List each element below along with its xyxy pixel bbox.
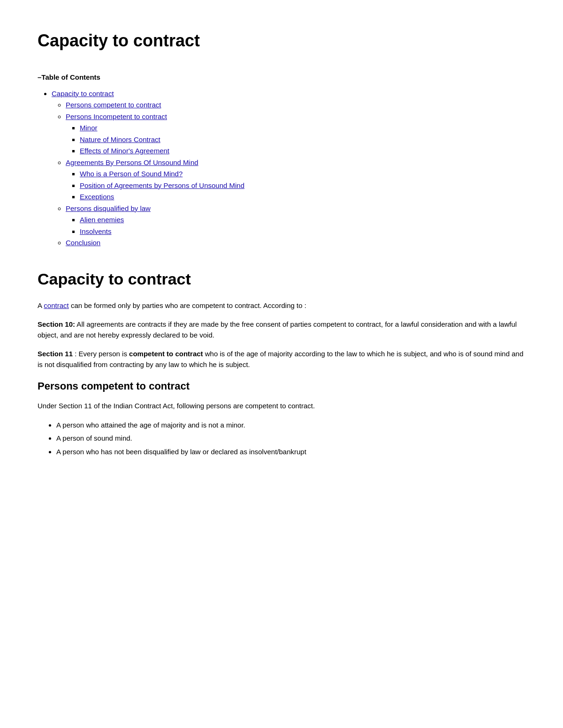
toc-link-incompetent[interactable]: Persons Incompetent to contract [66,113,167,120]
page-title: Capacity to contract [38,28,525,53]
toc-header: –Table of Contents [38,72,525,83]
list-item: A person who attained the age of majorit… [56,420,525,431]
persons-competent-list: A person who attained the age of majorit… [38,420,525,458]
toc-list-level1: Capacity to contract Persons competent t… [38,89,525,248]
table-of-contents: –Table of Contents Capacity to contract … [38,72,525,248]
toc-item-minor: Minor [80,123,525,134]
toc-link-effects-minor[interactable]: Effects of Minor's Agreement [80,147,169,155]
subsection-title-competent: Persons competent to contract [38,378,525,394]
toc-item-sound-mind: Who is a Person of Sound Mind? [80,169,525,180]
toc-item-nature-minor: Nature of Minors Contract [80,135,525,145]
toc-item-competent: Persons competent to contract [66,100,525,111]
section10-paragraph: Section 10: All agreements are contracts… [38,319,525,340]
list-item: A person of sound mind. [56,433,525,444]
toc-link-conclusion[interactable]: Conclusion [66,239,100,247]
toc-item-incompetent: Persons Incompetent to contract Minor Na… [66,112,525,157]
intro-paragraph: A contract can be formed only by parties… [38,300,525,311]
toc-link-exceptions[interactable]: Exceptions [80,193,114,201]
section11-label: Section 11 [38,350,73,358]
toc-link-competent[interactable]: Persons competent to contract [66,101,161,109]
persons-competent-intro: Under Section 11 of the Indian Contract … [38,401,525,412]
section10-text: All agreements are contracts if they are… [38,320,517,339]
toc-link-unsound[interactable]: Agreements By Persons Of Unsound Mind [66,158,198,166]
section-title-capacity: Capacity to contract [38,267,525,291]
toc-item-conclusion: Conclusion [66,238,525,248]
toc-link-disqualified[interactable]: Persons disqualified by law [66,204,151,212]
section11-colon: : Every person is [73,350,129,358]
section11-bold: competent to contract [129,350,203,358]
section11-paragraph: Section 11 : Every person is competent t… [38,349,525,370]
toc-list-level2: Persons competent to contract Persons In… [52,100,525,248]
toc-item-insolvents: Insolvents [80,226,525,237]
list-item: A person who has not been disqualified b… [56,447,525,458]
toc-item-alien: Alien enemies [80,215,525,225]
section10-label: Section 10: [38,320,75,328]
toc-item-position-unsound: Position of Agreements by Persons of Uns… [80,180,525,191]
toc-link-capacity[interactable]: Capacity to contract [52,90,114,98]
toc-item-effects-minor: Effects of Minor's Agreement [80,146,525,157]
contract-link[interactable]: contract [44,301,68,309]
toc-link-sound-mind[interactable]: Who is a Person of Sound Mind? [80,170,183,178]
toc-link-position-unsound[interactable]: Position of Agreements by Persons of Uns… [80,181,244,189]
toc-item-capacity: Capacity to contract Persons competent t… [52,89,525,248]
toc-item-disqualified: Persons disqualified by law Alien enemie… [66,203,525,237]
toc-item-unsound: Agreements By Persons Of Unsound Mind Wh… [66,158,525,203]
toc-link-nature-minor[interactable]: Nature of Minors Contract [80,135,160,143]
toc-item-exceptions: Exceptions [80,192,525,203]
toc-link-minor[interactable]: Minor [80,124,98,132]
toc-list-level3-unsound: Who is a Person of Sound Mind? Position … [66,169,525,203]
toc-list-level3-incompetent: Minor Nature of Minors Contract Effects … [66,123,525,157]
toc-link-insolvents[interactable]: Insolvents [80,227,112,235]
toc-link-alien[interactable]: Alien enemies [80,216,124,224]
toc-list-level3-disqualified: Alien enemies Insolvents [66,215,525,237]
